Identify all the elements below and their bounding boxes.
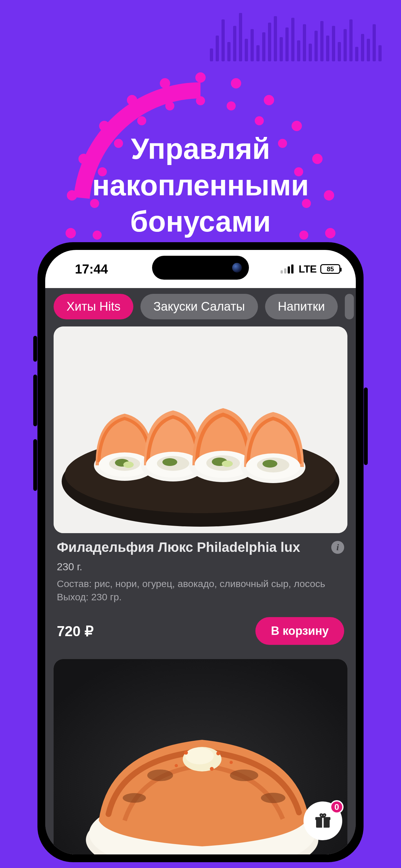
svg-point-68 [216,751,220,755]
svg-point-71 [175,764,178,767]
battery-icon: 85 [320,264,340,274]
gift-badge: 0 [330,800,343,814]
svg-point-62 [230,770,258,781]
device-button [364,388,368,465]
svg-point-51 [222,461,233,467]
svg-point-66 [185,748,214,764]
promo-headline: Управляй накопленными бонусами [55,131,346,240]
product-weight: 230 г. [57,561,344,573]
svg-point-12 [127,95,137,105]
info-icon[interactable]: i [331,541,344,554]
svg-rect-74 [322,817,324,828]
svg-point-67 [184,751,188,755]
network-label: LTE [299,263,316,275]
svg-point-2 [231,78,241,89]
chip-hits[interactable]: Хиты Hits [54,294,133,319]
svg-point-63 [261,793,285,803]
svg-point-4 [291,121,302,131]
gift-icon [314,812,332,830]
svg-point-22 [255,116,264,125]
phone-screen: 17:44 LTE 85 Хиты Hits Закуски Салаты На… [45,250,356,855]
product-price: 720 ₽ [57,623,255,640]
svg-point-3 [264,95,274,105]
svg-point-21 [227,101,236,111]
decor-equalizer [210,10,382,61]
promo-canvas: Управляй накопленными бонусами 17:44 LTE… [0,0,401,868]
product-image [54,327,347,533]
status-right: LTE 85 [281,263,340,275]
svg-point-42 [123,461,134,468]
device-button [33,439,37,491]
status-time: 17:44 [75,262,108,276]
svg-point-1 [195,72,206,83]
add-to-cart-button[interactable]: В корзину [255,617,344,645]
product-ingredients: Состав: рис, нори, огурец, авокадо, слив… [57,578,344,591]
product-output: Выход: 230 гр. [57,591,344,604]
svg-point-26 [165,101,174,111]
phone-device: 17:44 LTE 85 Хиты Hits Закуски Салаты На… [37,242,364,862]
dynamic-island [152,256,249,280]
product-description: Состав: рис, нори, огурец, авокадо, слив… [57,578,344,603]
svg-point-64 [123,793,146,803]
product-image-next[interactable] [54,659,347,855]
svg-point-11 [160,78,170,89]
device-button [33,336,37,362]
device-button [33,375,37,426]
svg-point-70 [229,761,233,764]
product-title: Филадельфия Люкс Philadelphia lux [57,539,326,555]
svg-point-60 [147,770,173,781]
svg-point-46 [162,458,177,466]
svg-point-20 [196,96,205,105]
gift-fab[interactable]: 0 [304,802,342,840]
svg-point-69 [210,767,214,771]
category-chips: Хиты Hits Закуски Салаты Напитки [45,288,356,327]
svg-point-13 [99,121,110,131]
chip-appetizers[interactable]: Закуски Салаты [141,294,258,319]
svg-point-55 [263,460,277,468]
product-list[interactable]: Филадельфия Люкс Philadelphia lux i 230 … [45,327,356,855]
product-card[interactable]: Филадельфия Люкс Philadelphia lux i 230 … [54,327,347,656]
chip-more[interactable] [345,294,354,319]
battery-level: 85 [327,266,334,273]
chip-drinks[interactable]: Напитки [265,294,338,319]
signal-icon [281,265,294,274]
svg-point-27 [137,116,146,125]
